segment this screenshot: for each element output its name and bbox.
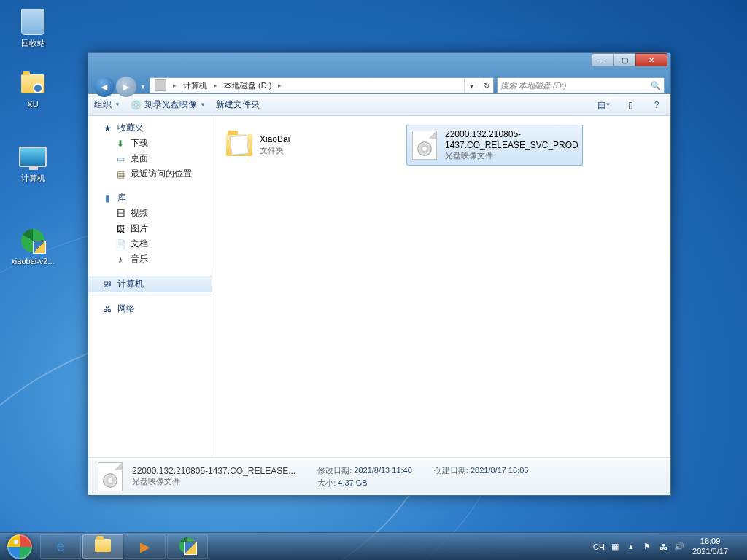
details-filename: 22000.132.210805-1437.CO_RELEASE... bbox=[132, 466, 295, 476]
nav-recent[interactable]: ▤最近访问的位置 bbox=[88, 166, 212, 182]
organize-menu[interactable]: 组织▼ bbox=[94, 98, 120, 111]
refresh-button[interactable]: ↻ bbox=[479, 78, 493, 93]
system-tray: CH ▦ ▴ ⚑ 🖧 🔊 16:09 2021/8/17 bbox=[589, 533, 747, 560]
folder-icon bbox=[18, 69, 47, 98]
maximize-button[interactable]: ▢ bbox=[614, 53, 635, 66]
action-center-icon[interactable]: ⚑ bbox=[641, 541, 653, 553]
picture-icon: 🖼 bbox=[115, 223, 126, 235]
taskbar-media-player[interactable]: ▶ bbox=[125, 534, 166, 559]
taskbar: e ▶ CH ▦ ▴ ⚑ 🖧 🔊 16:09 2021/8/17 bbox=[0, 532, 747, 560]
desktop-recycle-bin[interactable]: 回收站 bbox=[7, 7, 58, 49]
forward-button[interactable]: ► bbox=[116, 77, 136, 97]
breadcrumb-computer[interactable]: 计算机 bbox=[179, 78, 212, 93]
preview-pane-button[interactable]: ▯ bbox=[622, 98, 638, 112]
toolbar: 组织▼ 💿 刻录光盘映像▼ 新建文件夹 ▤▼ ▯ ? bbox=[88, 94, 670, 116]
nav-music[interactable]: ♪音乐 bbox=[88, 252, 212, 267]
taskbar-ie[interactable]: e bbox=[40, 534, 81, 559]
star-icon: ★ bbox=[101, 122, 113, 134]
nav-downloads[interactable]: ⬇下载 bbox=[88, 136, 212, 151]
start-button[interactable] bbox=[0, 533, 39, 560]
file-list[interactable]: XiaoBai 文件夹 22000.132.210805-1437.CO_REL… bbox=[212, 116, 670, 457]
item-name: XiaoBai bbox=[260, 134, 290, 144]
chevron-right-icon: ▸ bbox=[212, 82, 220, 89]
address-dropdown[interactable]: ▾ bbox=[464, 78, 479, 93]
desktop-icon: ▭ bbox=[115, 153, 126, 165]
desktop-folder-xu[interactable]: XU bbox=[7, 69, 58, 109]
chevron-down-icon: ▼ bbox=[200, 101, 206, 108]
nav-favorites[interactable]: ★收藏夹 bbox=[88, 120, 212, 136]
folder-icon bbox=[225, 129, 254, 161]
burn-disc-image-button[interactable]: 💿 刻录光盘映像▼ bbox=[131, 98, 206, 111]
item-name: 22000.132.210805-1437.CO_RELEASE_SVC_PRO… bbox=[445, 129, 579, 150]
taskbar-clock[interactable]: 16:09 2021/8/17 bbox=[689, 537, 731, 556]
disc-icon: 💿 bbox=[131, 100, 142, 110]
ime-indicator[interactable]: CH bbox=[593, 541, 605, 553]
music-icon: ♪ bbox=[115, 254, 126, 265]
window-header: — ▢ ✕ ◄ ► ▼ ▸ 计算机 ▸ 本地磁盘 (D:) ▸ ▾ ↻ bbox=[88, 53, 670, 94]
item-type: 文件夹 bbox=[260, 145, 290, 156]
nav-videos[interactable]: 🎞视频 bbox=[88, 206, 212, 221]
details-created: 2021/8/17 16:05 bbox=[471, 466, 529, 475]
clock-time: 16:09 bbox=[692, 537, 728, 546]
nav-computer[interactable]: 🖳计算机 bbox=[88, 276, 212, 292]
item-type: 光盘映像文件 bbox=[445, 150, 579, 161]
search-placeholder: 搜索 本地磁盘 (D:) bbox=[500, 80, 566, 91]
nav-documents[interactable]: 📄文档 bbox=[88, 236, 212, 252]
network-icon[interactable]: 🖧 bbox=[657, 541, 669, 553]
desktop-label: 回收站 bbox=[7, 38, 58, 49]
folder-icon bbox=[95, 539, 111, 555]
recent-icon: ▤ bbox=[115, 168, 126, 180]
nav-desktop[interactable]: ▭桌面 bbox=[88, 151, 212, 166]
computer-icon: 🖳 bbox=[101, 279, 113, 290]
navigation-pane: ★收藏夹 ⬇下载 ▭桌面 ▤最近访问的位置 ▮库 🎞视频 🖼图片 📄文档 ♪音乐… bbox=[88, 116, 212, 457]
taskbar-explorer[interactable] bbox=[82, 534, 123, 559]
view-options-button[interactable]: ▤▼ bbox=[596, 98, 612, 112]
recycle-bin-icon bbox=[18, 7, 47, 36]
nav-history-dropdown[interactable]: ▼ bbox=[138, 77, 148, 97]
chevron-down-icon: ▼ bbox=[115, 101, 120, 108]
minimize-button[interactable]: — bbox=[592, 53, 614, 66]
search-input[interactable]: 搜索 本地磁盘 (D:) 🔍 bbox=[497, 77, 665, 93]
download-icon: ⬇ bbox=[115, 138, 126, 149]
details-filetype: 光盘映像文件 bbox=[132, 476, 295, 487]
iso-file-icon bbox=[410, 129, 439, 161]
document-icon: 📄 bbox=[115, 238, 126, 250]
media-player-icon: ▶ bbox=[140, 539, 150, 555]
tray-overflow-button[interactable]: ▴ bbox=[625, 541, 637, 553]
network-icon: 🖧 bbox=[101, 303, 113, 315]
chevron-right-icon: ▸ bbox=[276, 82, 284, 89]
back-button[interactable]: ◄ bbox=[94, 77, 115, 97]
nav-libraries[interactable]: ▮库 bbox=[88, 190, 212, 206]
libraries-icon: ▮ bbox=[101, 192, 113, 204]
details-pane: 22000.132.210805-1437.CO_RELEASE... 光盘映像… bbox=[88, 457, 670, 495]
details-size: 4.37 GB bbox=[338, 478, 367, 487]
file-item-iso[interactable]: 22000.132.210805-1437.CO_RELEASE_SVC_PRO… bbox=[406, 125, 583, 166]
video-icon: 🎞 bbox=[115, 208, 126, 219]
desktop-label: XU bbox=[7, 100, 58, 109]
windows-logo-icon bbox=[7, 534, 32, 559]
desktop-computer[interactable]: 计算机 bbox=[7, 142, 58, 184]
ime-keyboard-icon[interactable]: ▦ bbox=[609, 541, 621, 553]
ie-icon: e bbox=[56, 538, 64, 555]
iso-file-icon bbox=[96, 462, 125, 491]
search-icon: 🔍 bbox=[651, 81, 661, 90]
taskbar-xiaobai[interactable] bbox=[167, 534, 208, 559]
nav-pictures[interactable]: 🖼图片 bbox=[88, 221, 212, 236]
details-modified: 2021/8/13 11:40 bbox=[354, 466, 412, 475]
desktop-label: 计算机 bbox=[7, 173, 58, 184]
drive-icon bbox=[155, 79, 166, 91]
app-icon bbox=[18, 226, 47, 255]
app-icon bbox=[179, 537, 196, 556]
clock-date: 2021/8/17 bbox=[692, 547, 728, 556]
breadcrumb-drive[interactable]: 本地磁盘 (D:) bbox=[220, 78, 276, 93]
close-button[interactable]: ✕ bbox=[635, 53, 667, 66]
explorer-window: — ▢ ✕ ◄ ► ▼ ▸ 计算机 ▸ 本地磁盘 (D:) ▸ ▾ ↻ bbox=[88, 52, 671, 496]
desktop-xiaobai-app[interactable]: xiaobai-v2... bbox=[7, 226, 58, 265]
help-button[interactable]: ? bbox=[649, 98, 665, 112]
nav-network[interactable]: 🖧网络 bbox=[88, 301, 212, 316]
folder-item-xiaobai[interactable]: XiaoBai 文件夹 bbox=[221, 125, 398, 166]
volume-icon[interactable]: 🔊 bbox=[673, 541, 685, 553]
address-bar[interactable]: ▸ 计算机 ▸ 本地磁盘 (D:) ▸ ▾ ↻ bbox=[150, 77, 494, 93]
desktop-label: xiaobai-v2... bbox=[7, 257, 58, 265]
new-folder-button[interactable]: 新建文件夹 bbox=[216, 98, 260, 111]
